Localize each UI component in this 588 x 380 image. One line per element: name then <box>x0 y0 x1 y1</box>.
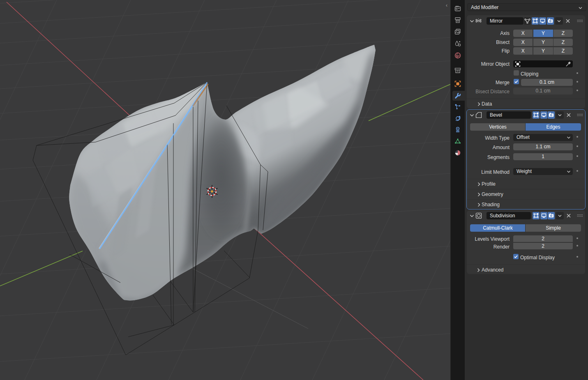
svg-text:‹: ‹ <box>446 2 447 8</box>
